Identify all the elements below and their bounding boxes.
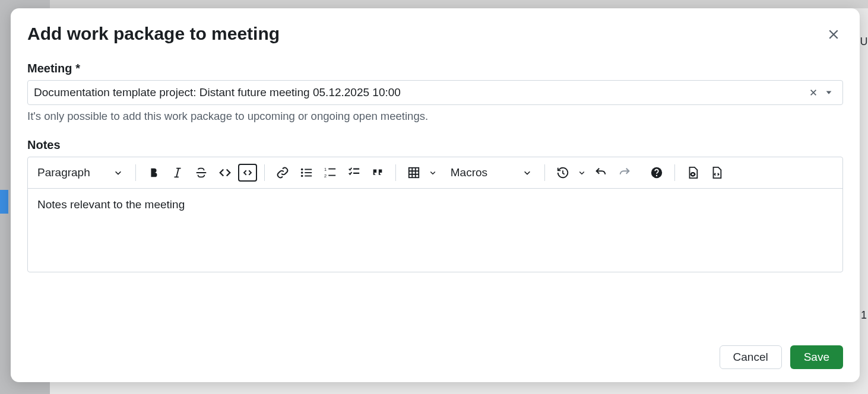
meeting-selected-value: Documentation template project: Distant … [34, 86, 806, 99]
svg-rect-9 [328, 175, 335, 176]
close-button[interactable] [826, 27, 841, 42]
svg-rect-5 [305, 176, 312, 177]
bg-topbar [50, 0, 868, 8]
link-button[interactable] [272, 162, 293, 183]
svg-text:1: 1 [324, 167, 327, 172]
strikethrough-icon [195, 166, 208, 179]
heading-dropdown[interactable]: Paragraph [34, 164, 128, 182]
undo-icon [594, 166, 607, 179]
bg-active-indicator [0, 190, 8, 214]
toolbar-separator [674, 164, 675, 181]
macros-dropdown-label: Macros [451, 166, 487, 179]
source-icon [710, 166, 723, 179]
svg-point-12 [656, 175, 657, 176]
ordered-list-icon: 12 [324, 166, 337, 179]
task-list-button[interactable] [343, 162, 365, 183]
history-dropdown-button[interactable] [576, 162, 588, 183]
blockquote-button[interactable] [367, 162, 388, 183]
bullet-list-button[interactable] [296, 162, 317, 183]
svg-point-1 [301, 171, 303, 174]
strikethrough-button[interactable] [191, 162, 212, 183]
toolbar-separator [135, 164, 136, 181]
clear-icon [809, 88, 818, 97]
table-dropdown-button[interactable] [427, 162, 439, 183]
undo-button[interactable] [590, 162, 612, 183]
preview-icon [686, 166, 699, 179]
link-icon [276, 166, 289, 179]
task-list-icon [347, 166, 360, 179]
close-icon [828, 29, 839, 40]
chevron-down-icon [578, 169, 585, 176]
toolbar-separator [264, 164, 265, 181]
svg-point-0 [301, 169, 303, 171]
notes-editor: Paragraph [27, 157, 843, 272]
source-button[interactable] [706, 162, 727, 183]
chevron-down-icon [114, 169, 122, 177]
svg-point-2 [301, 175, 303, 177]
bg-right-char-2: 1 [861, 309, 867, 322]
cancel-button[interactable]: Cancel [720, 345, 782, 369]
chevron-down-icon [429, 169, 436, 176]
meeting-required-indicator: * [75, 62, 80, 75]
toolbar-separator [544, 164, 545, 181]
bold-icon [147, 166, 160, 179]
inline-code-button[interactable] [214, 162, 236, 183]
history-icon [556, 166, 569, 179]
code-icon [218, 166, 232, 179]
code-block-button[interactable] [238, 164, 257, 182]
toolbar-separator [395, 164, 396, 181]
bg-right-edge: U 1 [860, 36, 868, 322]
svg-rect-10 [408, 168, 419, 178]
chevron-down-icon [523, 169, 531, 177]
macros-dropdown[interactable]: Macros [447, 164, 537, 182]
bold-button[interactable] [143, 162, 164, 183]
notes-content: Notes relevant to the meeting [37, 198, 185, 211]
editor-toolbar: Paragraph [28, 157, 842, 189]
meeting-label: Meeting * [27, 62, 843, 75]
save-button[interactable]: Save [790, 345, 843, 369]
add-to-meeting-modal: Add work package to meeting Meeting * Do… [11, 8, 860, 382]
italic-button[interactable] [167, 162, 188, 183]
code-block-icon [242, 167, 253, 178]
bg-right-char-1: U [860, 36, 868, 48]
quote-icon [371, 166, 384, 179]
meeting-label-text: Meeting [27, 62, 72, 75]
caret-down-icon [825, 88, 833, 97]
bullet-list-icon [300, 166, 313, 179]
svg-rect-3 [305, 169, 312, 170]
ordered-list-button[interactable]: 12 [319, 162, 341, 183]
meeting-clear-button[interactable] [806, 88, 821, 97]
help-icon [650, 166, 663, 179]
redo-button[interactable] [614, 162, 635, 183]
meeting-dropdown-caret[interactable] [821, 88, 837, 97]
modal-title: Add work package to meeting [27, 24, 843, 44]
table-button[interactable] [403, 162, 425, 183]
meeting-help-text: It's only possible to add this work pack… [27, 110, 843, 123]
notes-label: Notes [27, 138, 843, 152]
redo-icon [618, 166, 631, 179]
history-button[interactable] [552, 162, 574, 183]
svg-text:2: 2 [324, 173, 327, 179]
modal-footer: Cancel Save [27, 331, 843, 369]
table-icon [407, 166, 420, 179]
heading-dropdown-label: Paragraph [37, 166, 90, 179]
svg-rect-4 [305, 172, 312, 173]
notes-textarea[interactable]: Notes relevant to the meeting [28, 189, 842, 272]
svg-rect-8 [328, 169, 335, 170]
help-button[interactable] [646, 162, 667, 183]
italic-icon [171, 166, 184, 179]
meeting-select[interactable]: Documentation template project: Distant … [27, 80, 843, 105]
preview-button[interactable] [682, 162, 704, 183]
